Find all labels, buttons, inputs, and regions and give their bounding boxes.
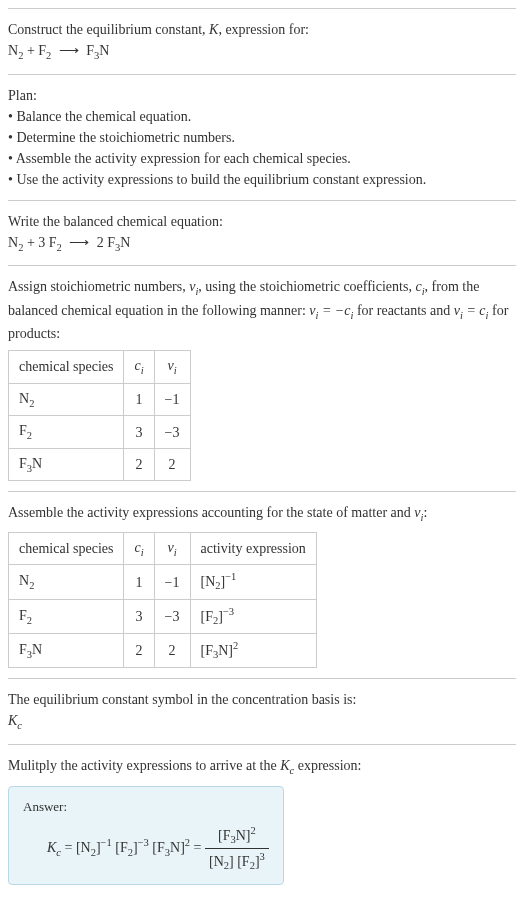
c-i-symbol: ci xyxy=(415,279,424,294)
c-cell: 1 xyxy=(124,565,154,599)
table-row: F2 3 −3 xyxy=(9,416,191,449)
table-header: νi xyxy=(154,351,190,384)
kc-inline: Kc xyxy=(280,758,294,773)
nu-cell: −3 xyxy=(154,416,190,449)
plan-item: Use the activity expressions to build th… xyxy=(8,169,516,190)
plan-item: Determine the stoichiometric numbers. xyxy=(8,127,516,148)
nu-eq-c: νi = ci xyxy=(454,303,489,318)
activity-cell: [F2]−3 xyxy=(190,599,316,633)
title-section: Construct the equilibrium constant, K, e… xyxy=(8,8,516,74)
nu-cell: 2 xyxy=(154,633,190,667)
plan-list: Balance the chemical equation. Determine… xyxy=(8,106,516,190)
species-cell: F3N xyxy=(9,633,124,667)
nu-cell: 2 xyxy=(154,448,190,481)
table-header: νi xyxy=(154,532,190,565)
table-header: activity expression xyxy=(190,532,316,565)
kc-symbol: Kc xyxy=(8,710,516,734)
final-formula: Kc = [N2]−1 [F2]−3 [F3N]2 = [F3N]2 [N2] … xyxy=(23,823,269,874)
activity-heading: Assemble the activity expressions accoun… xyxy=(8,502,516,526)
table-header: ci xyxy=(124,532,154,565)
unbalanced-equation: N2 + F2 ⟶ F3N xyxy=(8,40,516,64)
c-cell: 1 xyxy=(124,383,154,416)
species-cell: F2 xyxy=(9,416,124,449)
balanced-heading: Write the balanced chemical equation: xyxy=(8,211,516,232)
plan-section: Plan: Balance the chemical equation. Det… xyxy=(8,74,516,200)
table-row: N2 1 −1 xyxy=(9,383,191,416)
table-row: F3N 2 2 [F3N]2 xyxy=(9,633,317,667)
table-row: N2 1 −1 [N2]−1 xyxy=(9,565,317,599)
plan-item: Assemble the activity expression for eac… xyxy=(8,148,516,169)
species-cell: F2 xyxy=(9,599,124,633)
c-cell: 2 xyxy=(124,633,154,667)
multiply-section: Mulitply the activity expressions to arr… xyxy=(8,744,516,895)
balanced-section: Write the balanced chemical equation: N2… xyxy=(8,200,516,266)
kc-symbol-heading: The equilibrium constant symbol in the c… xyxy=(8,689,516,710)
plan-item: Balance the chemical equation. xyxy=(8,106,516,127)
table-header: chemical species xyxy=(9,351,124,384)
nu-i-symbol: νi xyxy=(189,279,198,294)
table-header: chemical species xyxy=(9,532,124,565)
table-header: ci xyxy=(124,351,154,384)
answer-label: Answer: xyxy=(23,797,269,817)
table-row: F2 3 −3 [F2]−3 xyxy=(9,599,317,633)
table-header-row: chemical species ci νi activity expressi… xyxy=(9,532,317,565)
activity-cell: [F3N]2 xyxy=(190,633,316,667)
table-row: F3N 2 2 xyxy=(9,448,191,481)
stoich-section: Assign stoichiometric numbers, νi, using… xyxy=(8,265,516,491)
activity-table: chemical species ci νi activity expressi… xyxy=(8,532,317,668)
species-cell: F3N xyxy=(9,448,124,481)
answer-box: Answer: Kc = [N2]−1 [F2]−3 [F3N]2 = [F3N… xyxy=(8,786,284,885)
balanced-equation: N2 + 3 F2 ⟶ 2 F3N xyxy=(8,232,516,256)
activity-section: Assemble the activity expressions accoun… xyxy=(8,491,516,678)
nu-cell: −1 xyxy=(154,565,190,599)
species-cell: N2 xyxy=(9,383,124,416)
stoich-table: chemical species ci νi N2 1 −1 F2 3 −3 F… xyxy=(8,350,191,481)
c-cell: 2 xyxy=(124,448,154,481)
plan-heading: Plan: xyxy=(8,85,516,106)
title-text: Construct the equilibrium constant, K, e… xyxy=(8,19,516,40)
multiply-heading: Mulitply the activity expressions to arr… xyxy=(8,755,516,779)
nu-cell: −3 xyxy=(154,599,190,633)
c-cell: 3 xyxy=(124,416,154,449)
species-cell: N2 xyxy=(9,565,124,599)
nu-cell: −1 xyxy=(154,383,190,416)
kc-symbol-section: The equilibrium constant symbol in the c… xyxy=(8,678,516,744)
table-header-row: chemical species ci νi xyxy=(9,351,191,384)
stoich-heading: Assign stoichiometric numbers, νi, using… xyxy=(8,276,516,344)
nu-eq-neg-c: νi = −ci xyxy=(309,303,353,318)
c-cell: 3 xyxy=(124,599,154,633)
activity-cell: [N2]−1 xyxy=(190,565,316,599)
